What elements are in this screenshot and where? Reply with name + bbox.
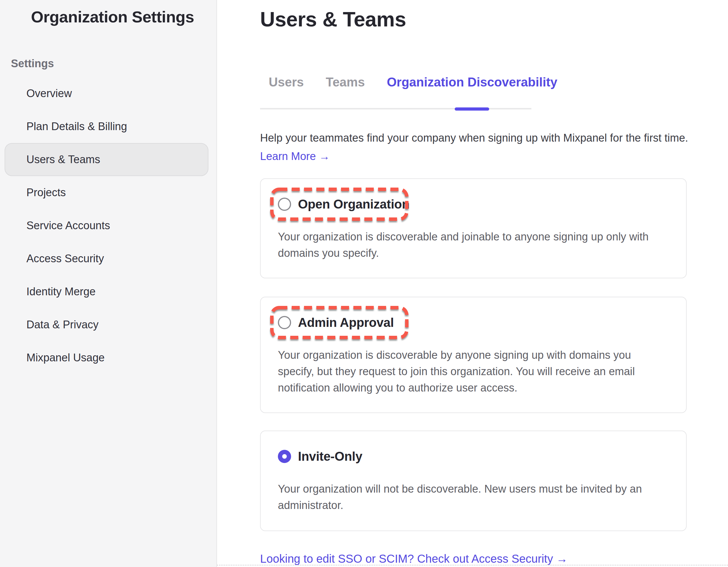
- main-content: Users & Teams Users Teams Organization D…: [217, 0, 728, 567]
- sidebar-item-plan-details-billing[interactable]: Plan Details & Billing: [5, 110, 208, 143]
- sidebar-section-label: Settings: [11, 57, 216, 70]
- option-label: Open Organization: [298, 197, 409, 211]
- sidebar-title: Organization Settings: [31, 7, 216, 27]
- option-description: Your organization is discoverable and jo…: [278, 229, 669, 261]
- option-description: Your organization will not be discoverab…: [278, 481, 669, 514]
- sidebar-item-identity-merge[interactable]: Identity Merge: [5, 275, 208, 308]
- section-divider: [217, 565, 728, 566]
- radio-admin-approval[interactable]: [278, 316, 291, 329]
- radio-row: Invite-Only: [278, 441, 669, 472]
- sidebar-item-data-privacy[interactable]: Data & Privacy: [5, 308, 208, 341]
- sidebar-item-overview[interactable]: Overview: [5, 77, 208, 110]
- option-description: Your organization is discoverable by any…: [278, 347, 669, 396]
- tab-label: Organization Discoverability: [387, 75, 557, 89]
- sidebar-nav: Overview Plan Details & Billing Users & …: [0, 77, 216, 374]
- sidebar-item-projects[interactable]: Projects: [5, 176, 208, 209]
- option-label: Invite-Only: [298, 449, 362, 464]
- radio-open-organization[interactable]: [278, 198, 291, 211]
- option-card-invite-only: Invite-Only Your organization will not b…: [260, 431, 687, 531]
- radio-row: Admin Approval: [278, 307, 669, 338]
- access-security-link[interactable]: Looking to edit SSO or SCIM? Check out A…: [260, 551, 568, 566]
- intro-text: Help your teammates find your company wh…: [260, 131, 722, 145]
- option-card-admin-approval: Admin Approval Your organization is disc…: [260, 297, 687, 413]
- sidebar-item-mixpanel-usage[interactable]: Mixpanel Usage: [5, 341, 208, 374]
- tab-users[interactable]: Users: [269, 75, 304, 90]
- page-title: Users & Teams: [260, 6, 728, 32]
- app-window: Organization Settings Settings Overview …: [0, 0, 728, 567]
- option-label: Admin Approval: [298, 316, 394, 330]
- radio-invite-only[interactable]: [278, 450, 291, 463]
- sidebar-item-access-security[interactable]: Access Security: [5, 242, 208, 275]
- learn-more-link[interactable]: Learn More →: [260, 149, 330, 163]
- active-tab-indicator: [455, 107, 489, 111]
- radio-row: Open Organization: [278, 188, 669, 220]
- sidebar-item-users-teams[interactable]: Users & Teams: [5, 143, 208, 176]
- tab-bar: Users Teams Organization Discoverability: [260, 75, 531, 109]
- sidebar-item-service-accounts[interactable]: Service Accounts: [5, 209, 208, 242]
- tab-organization-discoverability[interactable]: Organization Discoverability: [387, 75, 557, 90]
- tab-teams[interactable]: Teams: [326, 75, 365, 90]
- option-card-open-organization: Open Organization Your organization is d…: [260, 178, 687, 278]
- sidebar: Organization Settings Settings Overview …: [0, 0, 217, 567]
